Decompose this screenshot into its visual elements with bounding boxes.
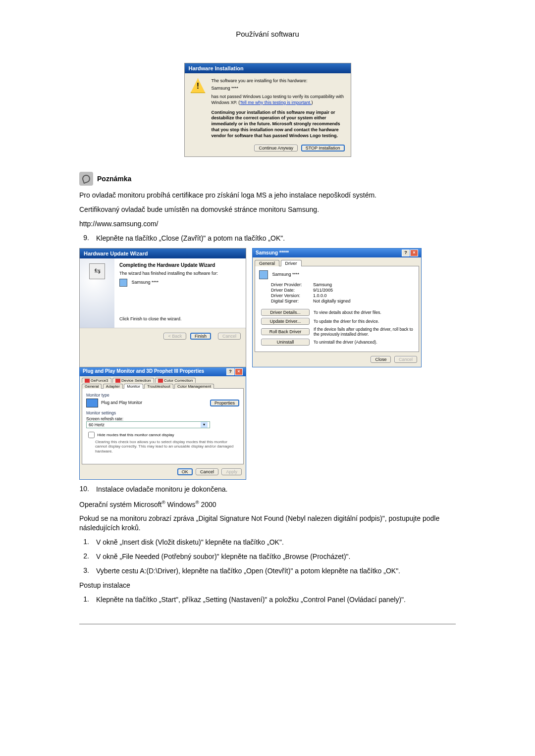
- desc: To update the driver for this device.: [314, 319, 415, 324]
- step-number: 10.: [79, 485, 89, 494]
- note-url: http://www.samsung.com/: [79, 219, 456, 229]
- cancel-button: Cancel: [394, 356, 417, 363]
- value: 9/11/2005: [313, 288, 333, 293]
- desc: To uninstall the driver (Advanced).: [314, 340, 415, 345]
- note-label: Poznámka: [97, 175, 131, 183]
- finish-button[interactable]: Finish: [190, 333, 211, 340]
- value: Samsung: [313, 282, 332, 287]
- hide-modes-desc: Clearing this check box allows you to se…: [95, 440, 239, 454]
- desc: To view details about the driver files.: [314, 310, 415, 315]
- back-button: < Back: [163, 333, 186, 340]
- section-monitor-type: Monitor type: [86, 393, 239, 398]
- monitor-properties-dialog: Plug and Play Monitor and 3D Prophet III…: [79, 367, 246, 480]
- step-text: Klepněte na tlačítko „Close (Zavřít)" a …: [96, 234, 456, 243]
- help-icon[interactable]: ?: [402, 250, 410, 256]
- refresh-label: Screen refresh rate:: [86, 416, 239, 421]
- tab-troubleshoot[interactable]: Troubleshoot: [144, 384, 173, 389]
- step-number: 1.: [79, 595, 89, 605]
- desc: If the device fails after updating the d…: [314, 327, 415, 337]
- continue-anyway-button[interactable]: Continue Anyway: [254, 145, 298, 151]
- device-icon: [259, 270, 268, 279]
- wizard-line1: The wizard has finished installing the s…: [119, 271, 241, 276]
- apply-button: Apply: [221, 468, 242, 475]
- tell-me-why-link[interactable]: Tell me why this testing is important.: [240, 100, 311, 105]
- step-text: Klepněte na tlačítko „Start", příkaz „Se…: [96, 595, 456, 605]
- uninstall-button[interactable]: Uninstall: [261, 339, 310, 346]
- cancel-button: Cancel: [218, 333, 241, 340]
- os-line: Operační systém Microsoft® Windows® 2000: [79, 499, 456, 509]
- step-text: V okně „File Needed (Potřebný soubor)" k…: [96, 552, 456, 561]
- step-text: V okně „Insert disk (Vložit disketu)" kl…: [96, 538, 456, 547]
- close-icon[interactable]: ×: [410, 250, 418, 256]
- footer-divider: [79, 624, 456, 624]
- wizard-device: Samsung ****: [132, 280, 159, 285]
- step-number: 3.: [79, 566, 89, 576]
- tab-monitor[interactable]: Monitor: [124, 384, 143, 389]
- label: Digital Signer:: [271, 299, 313, 303]
- ok-button[interactable]: OK: [177, 468, 193, 475]
- tab-device-selection[interactable]: Device Selection: [112, 378, 154, 383]
- note-para-1: Pro ovladač monitoru probíhá certifikace…: [79, 191, 456, 200]
- label: Driver Date:: [271, 288, 313, 293]
- tab-general[interactable]: General: [255, 260, 279, 266]
- properties-button[interactable]: Properties: [210, 400, 239, 406]
- digital-signature-para: Pokud se na monitoru zobrazí zpráva „Dig…: [79, 514, 456, 533]
- driver-properties-dialog: Samsung ***** ? × General Driver Samsung…: [252, 248, 422, 367]
- update-driver-button[interactable]: Update Driver...: [261, 318, 310, 325]
- tab-color-correction[interactable]: Color Correction: [155, 378, 196, 383]
- label: Driver Version:: [271, 293, 313, 298]
- hide-modes-label: Hide modes that this monitor cannot disp…: [97, 432, 174, 437]
- step-number: 9.: [79, 234, 89, 243]
- cancel-button[interactable]: Cancel: [196, 468, 218, 475]
- warning-icon: [191, 78, 206, 93]
- hardware-installation-dialog: Hardware Installation The software you a…: [184, 63, 351, 157]
- page-title: Používání softwaru: [79, 30, 456, 38]
- value: 1.0.0.0: [313, 293, 327, 298]
- wizard-heading: Completing the Hardware Update Wizard: [119, 262, 241, 268]
- hardware-update-wizard-dialog: Hardware Update Wizard Completing the Ha…: [79, 248, 246, 367]
- tab-color-management[interactable]: Color Management: [174, 384, 214, 389]
- drv-device: Samsung ****: [272, 272, 300, 277]
- note-icon: [79, 172, 93, 186]
- mon-title: Plug and Play Monitor and 3D Prophet III…: [83, 368, 204, 375]
- step-text: Vyberte cestu A:(D:\Driver), klepněte na…: [96, 566, 456, 576]
- step-text: Instalace ovladače monitoru je dokončena…: [96, 485, 456, 494]
- hide-modes-checkbox[interactable]: [88, 432, 95, 438]
- device-icon: [119, 279, 127, 287]
- wizard-instruction: Click Finish to close the wizard.: [119, 316, 241, 321]
- hw-line1: The software you are installing for this…: [212, 78, 345, 84]
- drv-title: Samsung *****: [256, 250, 289, 255]
- refresh-rate-combo[interactable]: 60 Hertz ▾: [86, 421, 210, 428]
- wizard-icon: [89, 263, 105, 279]
- step-number: 2.: [79, 552, 89, 561]
- hw-warning-bold: Continuing your installation of this sof…: [212, 110, 345, 139]
- note-para-2: Certifikovaný ovladač bude umístěn na do…: [79, 205, 456, 214]
- rollback-driver-button[interactable]: Roll Back Driver: [261, 328, 310, 335]
- tab-adapter[interactable]: Adapter: [103, 384, 123, 389]
- stop-installation-button[interactable]: STOP Installation: [301, 145, 345, 151]
- monitor-name: Plug and Play Monitor: [101, 400, 142, 405]
- section-monitor-settings: Monitor settings: [86, 410, 239, 415]
- help-icon[interactable]: ?: [226, 368, 234, 375]
- close-icon[interactable]: ×: [235, 368, 243, 375]
- tab-general[interactable]: General: [82, 384, 102, 389]
- step-number: 1.: [79, 538, 89, 547]
- tab-geforce[interactable]: GeForce3: [82, 378, 111, 383]
- monitor-icon: [86, 399, 98, 407]
- value: Not digitally signed: [313, 299, 351, 303]
- tab-driver[interactable]: Driver: [281, 260, 302, 266]
- chevron-down-icon[interactable]: ▾: [201, 422, 208, 428]
- label: Driver Provider:: [271, 282, 313, 287]
- install-procedure-heading: Postup instalace: [79, 581, 456, 590]
- combo-value: 60 Hertz: [89, 422, 105, 427]
- dialog-title: Hardware Installation: [185, 63, 351, 73]
- hw-device: Samsung ****: [212, 86, 345, 92]
- close-button[interactable]: Close: [371, 356, 391, 363]
- hw-compat-text: has not passed Windows Logo testing to v…: [212, 94, 345, 105]
- driver-details-button[interactable]: Driver Details...: [261, 309, 310, 316]
- wizard-title: Hardware Update Wizard: [80, 249, 246, 258]
